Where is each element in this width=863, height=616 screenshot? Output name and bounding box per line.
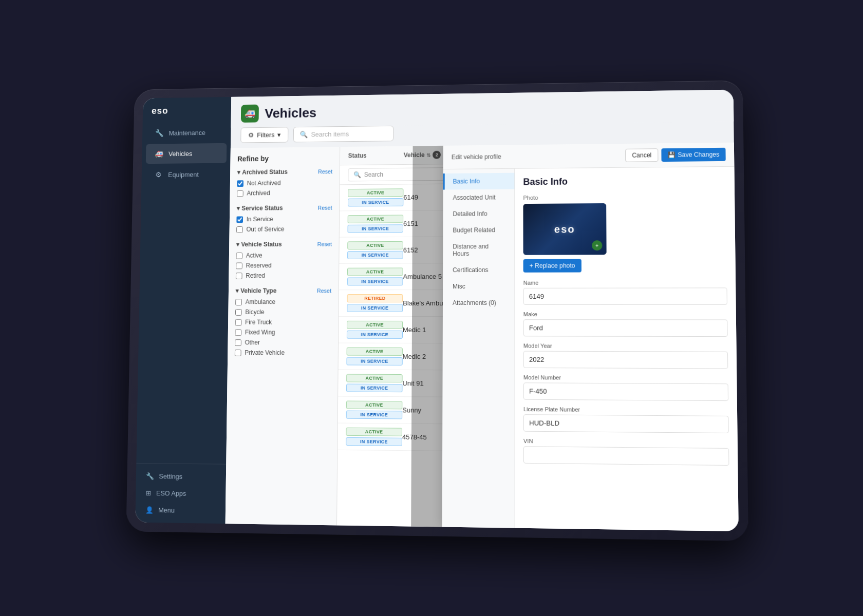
reset-archived-status[interactable]: Reset [318,168,332,175]
filter-title-archived-status: ▾ Archived Status [237,168,288,176]
save-label: Save Changes [678,151,719,159]
status-badge-1: ACTIVE [348,215,404,223]
status-badge-2: IN SERVICE [347,304,403,312]
status-badge-1: ACTIVE [348,188,403,197]
replace-photo-button[interactable]: + Replace photo [523,259,581,272]
edit-panel-nav: Basic InfoAssociated UnitDetailed InfoBu… [442,169,515,528]
edit-panel-body: Basic InfoAssociated UnitDetailed InfoBu… [442,167,739,531]
edit-nav-distance-hours[interactable]: Distance and Hours [443,238,514,262]
status-badge-1: RETIRED [347,294,403,302]
refine-panel: Refine by ▾ Archived StatusResetNot Arch… [226,147,341,525]
form-field-model-year: Model Year [523,342,728,369]
sidebar-bottom-menu[interactable]: 👤Menu [139,502,221,519]
chevron-icon: ▾ [236,241,239,248]
form-input-license-plate[interactable] [523,414,729,433]
col-header-status: Status [348,151,404,160]
form-label-model-year: Model Year [523,342,728,349]
filter-option-archived[interactable]: Archived [237,189,332,197]
filter-option-other[interactable]: Other [235,339,331,346]
edit-panel-title: Edit vehicle profile [452,153,501,161]
edit-nav-attachments[interactable]: Attachments (0) [443,295,515,311]
sidebar-bottom-settings[interactable]: 🔧Settings [140,468,222,486]
filters-button[interactable]: ⚙ Filters ▾ [240,127,289,143]
filter-section-header-archived-status: ▾ Archived StatusReset [237,168,333,176]
filter-option-bicycle[interactable]: Bicycle [235,309,331,316]
page-title: Vehicles [265,105,316,121]
status-badge-1: ACTIVE [347,241,403,249]
edit-panel: Edit vehicle profile Cancel 💾 Save Chang… [442,143,739,531]
status-badges: ACTIVE IN SERVICE [346,401,403,419]
edit-panel-overlay: Edit vehicle profile Cancel 💾 Save Chang… [411,143,739,531]
status-badge-2: IN SERVICE [346,411,403,419]
edit-nav-misc[interactable]: Misc [443,278,514,295]
form-input-name[interactable] [523,287,727,305]
form-label-model-number: Model Number [523,374,728,381]
form-input-vin[interactable] [523,446,729,466]
maintenance-icon: 🔧 [154,128,164,138]
sidebar-item-equipment[interactable]: ⚙Equipment [145,164,227,185]
status-badges: ACTIVE IN SERVICE [348,215,404,233]
edit-nav-basic-info[interactable]: Basic Info [443,173,515,190]
search-container[interactable]: 🔍 Search items [293,126,394,143]
sidebar-bottom: 🔧Settings⊞ESO Apps👤Menu [135,463,226,524]
form-field-vin: VIN [523,438,729,466]
sidebar: eso 🔧Maintenance🚑Vehicles⚙Equipment 🔧Set… [135,97,231,524]
app-logo: eso [143,97,232,123]
form-field-license-plate: License Plate Number [523,406,729,433]
menu-icon: 👤 [145,506,154,514]
filter-icon: ⚙ [248,131,254,139]
search-icon: 🔍 [300,131,308,139]
reset-vehicle-status[interactable]: Reset [317,241,332,247]
form-field-model-number: Model Number [523,374,728,401]
cancel-button[interactable]: Cancel [625,148,659,162]
body-area: Refine by ▾ Archived StatusResetNot Arch… [226,143,739,531]
form-input-model-year[interactable] [523,351,728,369]
edit-nav-detailed-info[interactable]: Detailed Info [443,205,514,222]
status-badges: ACTIVE IN SERVICE [346,428,402,446]
edit-nav-associated-unit[interactable]: Associated Unit [443,189,515,206]
reset-vehicle-type[interactable]: Reset [317,287,331,294]
status-badges: ACTIVE IN SERVICE [348,188,404,206]
edit-nav-budget-related[interactable]: Budget Related [443,222,514,239]
filter-option-private-vehicle[interactable]: Private Vehicle [235,349,331,356]
sidebar-bottom-eso-apps[interactable]: ⊞ESO Apps [140,485,222,503]
filter-section-vehicle-status: ▾ Vehicle StatusResetActiveReservedRetir… [236,241,332,279]
status-badge-1: ACTIVE [347,321,403,329]
filter-option-active[interactable]: Active [236,252,331,259]
tablet-screen: eso 🔧Maintenance🚑Vehicles⚙Equipment 🔧Set… [135,90,739,531]
edit-nav-certifications[interactable]: Certifications [443,262,514,278]
sidebar-item-maintenance[interactable]: 🔧Maintenance [146,122,227,143]
form-label-vin: VIN [523,438,729,446]
edit-form-area: Basic Info Photo eso + [515,167,738,531]
status-badges: ACTIVE IN SERVICE [347,241,403,259]
status-badge-2: IN SERVICE [346,437,402,446]
refine-title: Refine by [237,154,332,163]
filter-option-reserved[interactable]: Reserved [236,262,331,269]
filter-section-header-vehicle-type: ▾ Vehicle TypeReset [235,287,331,294]
status-badge-1: ACTIVE [346,428,402,436]
chevron-icon: ▾ [235,287,238,295]
filter-section-header-vehicle-status: ▾ Vehicle StatusReset [236,241,332,248]
form-input-make[interactable] [523,319,728,337]
filter-option-in-service[interactable]: In Service [236,215,332,223]
filter-option-fire-truck[interactable]: Fire Truck [235,319,331,326]
status-badge-2: IN SERVICE [347,277,403,285]
reset-service-status[interactable]: Reset [317,205,332,211]
status-badge-2: IN SERVICE [346,384,402,393]
sidebar-item-vehicles[interactable]: 🚑Vehicles [146,143,227,164]
filter-option-out-of-service[interactable]: Out of Service [236,225,332,233]
filter-option-fixed-wing[interactable]: Fixed Wing [235,329,331,336]
status-badge-2: IN SERVICE [348,198,403,207]
filter-option-ambulance[interactable]: Ambulance [235,298,331,305]
filters-label: Filters [257,131,274,139]
filter-option-not-archived[interactable]: Not Archived [237,179,332,187]
save-button[interactable]: 💾 Save Changes [662,148,726,162]
form-field-make: Make [523,311,728,337]
search-placeholder: Search items [311,130,349,138]
form-input-model-number[interactable] [523,382,728,401]
vehicle-photo: eso + [523,203,606,255]
filter-option-retired[interactable]: Retired [236,272,332,279]
filter-title-vehicle-status: ▾ Vehicle Status [236,241,282,248]
status-badge-1: ACTIVE [346,374,402,383]
filter-section-service-status: ▾ Service StatusResetIn ServiceOut of Se… [236,204,332,233]
